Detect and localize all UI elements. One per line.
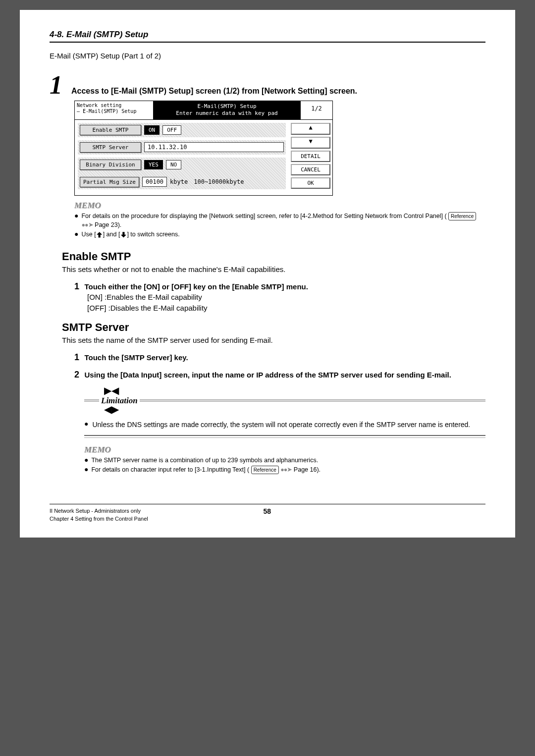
bullet-icon: ● [84, 465, 88, 475]
down-arrow-icon [120, 231, 127, 238]
bullet-icon: ● [74, 212, 78, 230]
detail-button[interactable]: DETAIL [291, 151, 330, 162]
substep-title: Touch the [SMTP Server] key. [84, 353, 188, 362]
memo-text: The SMTP server name is a combination of… [91, 456, 318, 465]
binary-yes-button[interactable]: YES [144, 160, 163, 169]
substep-title: Touch either the [ON] or [OFF] key on th… [84, 282, 308, 291]
page-number: 58 [264, 507, 271, 523]
section-header: 4-8. E-Mail (SMTP) Setup [50, 30, 485, 43]
dots-icon: ●●➤ [280, 466, 292, 473]
scroll-up-button[interactable]: ▲ [291, 123, 330, 135]
cancel-button[interactable]: CANCEL [291, 164, 330, 175]
scroll-down-button[interactable]: ▼ [291, 137, 330, 149]
smtp-server-label[interactable]: SMTP Server [80, 142, 141, 153]
breadcrumb-root: Network setting [77, 103, 151, 108]
memo-heading: MEMO [74, 201, 485, 211]
footer-line2: Chapter 4 Setting from the Control Panel [50, 515, 148, 523]
enable-smtp-label: Enable SMTP [80, 125, 141, 135]
up-arrow-icon [96, 231, 103, 238]
option-off: [OFF] :Disables the E-Mail capability [87, 303, 485, 314]
smtp-server-heading: SMTP Server [62, 321, 485, 334]
screen-page: 1/2 [301, 101, 332, 119]
limitation-label: Limitation [100, 396, 139, 406]
screen-title: E-Mail(SMTP) Setup [154, 103, 300, 110]
memo-text: For details on the procedure for display… [81, 212, 485, 230]
rule-line [140, 399, 485, 402]
enable-smtp-heading: Enable SMTP [62, 250, 485, 263]
reference-badge: Reference [251, 466, 279, 474]
binary-no-button[interactable]: NO [166, 160, 181, 169]
bullet-icon: ● [84, 456, 88, 465]
rule-line [84, 399, 99, 402]
step-number: 1 [50, 75, 62, 96]
partial-unit: kbyte [170, 178, 188, 185]
smtp-server-desc: This sets the name of the SMTP server us… [62, 336, 485, 344]
bullet-icon: ● [84, 420, 88, 430]
step-instruction: Access to [E-Mail (SMTP) Setup] screen (… [71, 87, 357, 96]
enable-off-button[interactable]: OFF [162, 125, 181, 135]
partial-msg-value[interactable]: 00100 [142, 177, 167, 187]
substep-number: 2 [74, 370, 79, 379]
limitation-text: Unless the DNS settings are made correct… [92, 420, 470, 430]
reference-badge: Reference [448, 212, 476, 220]
rule-line [84, 435, 485, 438]
substep-title: Using the [Data Input] screen, input the… [84, 371, 451, 379]
smtp-server-value: 10.11.32.10 [144, 142, 284, 152]
substep-number: 1 [74, 281, 79, 291]
memo-heading: MEMO [84, 445, 485, 455]
enable-on-button[interactable]: ON [144, 125, 160, 135]
partial-msg-label: Partial Msg Size [80, 177, 139, 187]
bullet-icon: ● [74, 230, 78, 239]
setup-screen-mock: Network setting — E-Mail(SMTP) Setup E-M… [74, 101, 333, 196]
intro-text: E-Mail (SMTP) Setup (Part 1 of 2) [50, 52, 485, 60]
enable-smtp-desc: This sets whether or not to enable the m… [62, 265, 485, 273]
binary-division-label: Binary Division [80, 160, 141, 170]
screen-subtitle: Enter numeric data with key pad [154, 110, 300, 117]
memo-text: For details on character input refer to … [91, 465, 321, 475]
option-on: [ON] :Enables the E-Mail capability [87, 292, 485, 303]
breadcrumb-sub: — E-Mail(SMTP) Setup [77, 108, 151, 114]
substep-number: 1 [74, 352, 79, 362]
memo-text: Use [] and [] to switch screens. [81, 230, 179, 239]
dots-icon: ●●➤ [81, 221, 93, 228]
ok-button[interactable]: OK [291, 177, 330, 189]
partial-range: 100~10000kbyte [194, 178, 244, 185]
star-icon: ▶◀ [104, 385, 119, 396]
footer-line1: II Network Setup - Administrators only [50, 507, 148, 515]
